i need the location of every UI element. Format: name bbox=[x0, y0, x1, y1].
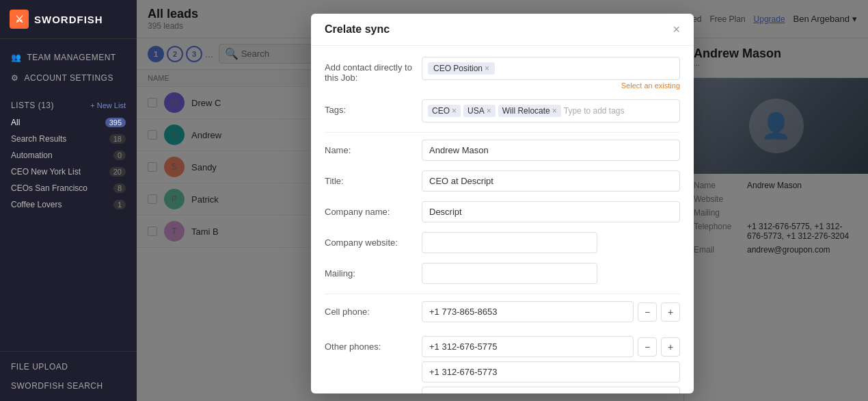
title-field-content bbox=[422, 170, 680, 192]
sidebar-bottom-label: Swordfish Search bbox=[11, 381, 103, 391]
crelate-sync-modal: Crelate sync × Add contact directly to t… bbox=[311, 38, 694, 393]
tags-field-row: Tags: CEO × USA × bbox=[325, 99, 680, 122]
title-field-row: Title: bbox=[325, 170, 680, 192]
sidebar-bottom-label: File Upload bbox=[11, 362, 68, 372]
tags-input-container[interactable]: CEO × USA × Will Relocate × bbox=[422, 99, 680, 122]
other-phone-input-0[interactable] bbox=[422, 336, 634, 357]
logo-text: SWORDFISH bbox=[34, 14, 103, 25]
list-item-count: 8 bbox=[113, 183, 126, 193]
mailing-field-row: Mailing: bbox=[325, 263, 680, 284]
list-item-label: Coffee Lovers bbox=[11, 200, 62, 209]
company-website-field-content bbox=[422, 232, 680, 253]
name-field-content bbox=[422, 140, 680, 161]
job-tag-remove[interactable]: × bbox=[485, 64, 489, 73]
other-phone-minus-button-0[interactable]: − bbox=[638, 337, 657, 357]
name-field-row: Name: bbox=[325, 140, 680, 161]
list-item-count: 395 bbox=[105, 118, 126, 127]
other-phone-input-1[interactable] bbox=[422, 361, 680, 383]
job-tag-container[interactable]: CEO Position × bbox=[422, 57, 680, 80]
sidebar-list-item-automation[interactable]: Automation 0 bbox=[0, 147, 137, 164]
job-field-content: CEO Position × Select an existing bbox=[422, 57, 680, 90]
cell-phone-field-row: Cell phone: − + bbox=[325, 301, 680, 326]
cell-phone-row: − + bbox=[422, 301, 680, 322]
cell-phone-input[interactable] bbox=[422, 301, 634, 322]
company-name-field-content bbox=[422, 201, 680, 222]
title-label: Title: bbox=[325, 170, 413, 186]
list-item-count: 18 bbox=[109, 134, 126, 144]
tag-usa: USA × bbox=[463, 105, 496, 117]
tag-ceo: CEO × bbox=[428, 105, 461, 117]
sidebar-list-header: Lists (13) + New List bbox=[0, 96, 137, 114]
cell-phone-plus-button[interactable]: + bbox=[661, 302, 680, 322]
company-website-label: Company website: bbox=[325, 232, 413, 248]
modal-body: Add contact directly to this Job: CEO Po… bbox=[311, 46, 694, 393]
tag-remove-will-relocate[interactable]: × bbox=[552, 107, 557, 115]
list-item-label: CEOs San Francisco bbox=[11, 183, 87, 193]
name-label: Name: bbox=[325, 140, 413, 155]
tags-label: Tags: bbox=[325, 99, 413, 115]
other-phone-row-0: − + bbox=[422, 336, 680, 357]
sidebar-item-swordfish-search[interactable]: Swordfish Search bbox=[0, 376, 137, 396]
sidebar-item-file-upload[interactable]: File Upload bbox=[0, 357, 137, 376]
job-field-row: Add contact directly to this Job: CEO Po… bbox=[325, 57, 680, 90]
company-website-field-row: Company website: bbox=[325, 232, 680, 253]
list-item-count: 20 bbox=[109, 167, 126, 177]
divider bbox=[325, 132, 680, 133]
tag-remove-ceo[interactable]: × bbox=[452, 107, 457, 115]
other-phone-row-2 bbox=[422, 387, 680, 393]
cell-phone-label: Cell phone: bbox=[325, 301, 413, 317]
sidebar-list-item-ceo-ny[interactable]: CEO New York List 20 bbox=[0, 164, 137, 180]
list-item-count: 0 bbox=[113, 151, 126, 160]
company-name-label: Company name: bbox=[325, 201, 413, 217]
divider-2 bbox=[325, 294, 680, 294]
other-phone-input-2[interactable] bbox=[422, 387, 680, 393]
team-icon: 👥 bbox=[11, 53, 22, 62]
job-tag: CEO Position × bbox=[428, 62, 495, 75]
company-name-field-row: Company name: bbox=[325, 201, 680, 222]
select-existing-link[interactable]: Select an existing bbox=[422, 81, 680, 90]
job-tag-text: CEO Position bbox=[433, 64, 483, 73]
other-phones-label: Other phones: bbox=[325, 336, 413, 352]
sidebar-list-item-all[interactable]: All 395 bbox=[0, 114, 137, 131]
company-name-input[interactable] bbox=[422, 201, 680, 222]
name-input[interactable] bbox=[422, 140, 680, 161]
lists-header-label: Lists (13) bbox=[11, 101, 54, 110]
mailing-field-content bbox=[422, 263, 680, 284]
list-item-label: All bbox=[11, 118, 20, 127]
sidebar-list-item-ceo-sf[interactable]: CEOs San Francisco 8 bbox=[0, 180, 137, 196]
title-input[interactable] bbox=[422, 170, 680, 192]
sidebar-item-team-management[interactable]: 👥 Team Management bbox=[0, 47, 137, 68]
cell-phone-minus-button[interactable]: − bbox=[638, 302, 657, 322]
sidebar-item-label: Account Settings bbox=[25, 73, 113, 83]
sidebar-bottom: File Upload Swordfish Search bbox=[0, 351, 137, 401]
tags-placeholder: Type to add tags bbox=[564, 106, 625, 116]
tag-will-relocate: Will Relocate × bbox=[498, 105, 561, 117]
tag-remove-usa[interactable]: × bbox=[487, 107, 491, 115]
other-phones-field-content: − + bbox=[422, 336, 680, 393]
sidebar-list-item-coffee[interactable]: Coffee Lovers 1 bbox=[0, 196, 137, 213]
sidebar-list-item-search-results[interactable]: Search Results 18 bbox=[0, 131, 137, 147]
sidebar-item-account-settings[interactable]: ⚙ Account Settings bbox=[0, 68, 137, 88]
list-item-label: CEO New York List bbox=[11, 167, 81, 177]
modal-overlay: Crelate sync × Add contact directly to t… bbox=[137, 38, 868, 401]
settings-icon: ⚙ bbox=[11, 73, 19, 83]
job-label: Add contact directly to this Job: bbox=[325, 57, 413, 83]
tags-field-content: CEO × USA × Will Relocate × bbox=[422, 99, 680, 122]
company-website-input[interactable] bbox=[422, 232, 597, 253]
sidebar-logo[interactable]: ⚔ SWORDFISH bbox=[0, 0, 137, 39]
main-content: All leads 395 leads 5/3638 credits used … bbox=[137, 0, 868, 401]
sidebar-item-label: Team Management bbox=[27, 53, 116, 62]
other-phone-plus-button-0[interactable]: + bbox=[661, 337, 680, 357]
sidebar-lists: Lists (13) + New List All 395 Search Res… bbox=[0, 96, 137, 351]
new-list-button[interactable]: + New List bbox=[90, 101, 126, 109]
other-phone-row-1 bbox=[422, 361, 680, 383]
cell-phone-field-content: − + bbox=[422, 301, 680, 326]
main-body: 1 2 3 ... 🔍 Name D Drew C ·· bbox=[137, 38, 868, 401]
mailing-label: Mailing: bbox=[325, 263, 413, 279]
list-item-count: 1 bbox=[113, 200, 126, 209]
other-phones-field-row: Other phones: − + bbox=[325, 336, 680, 393]
mailing-input[interactable] bbox=[422, 263, 597, 284]
list-item-label: Search Results bbox=[11, 134, 66, 144]
modal-header: Crelate sync × bbox=[311, 38, 694, 46]
sidebar-nav: 👥 Team Management ⚙ Account Settings bbox=[0, 39, 137, 96]
